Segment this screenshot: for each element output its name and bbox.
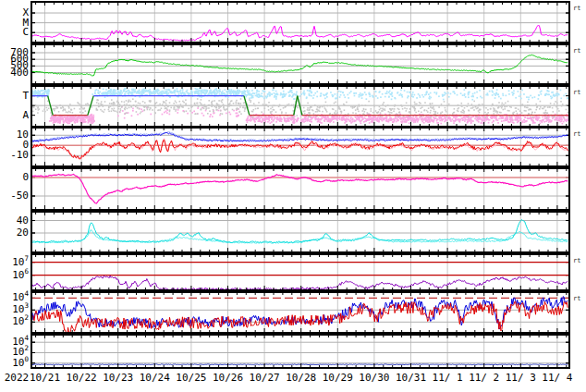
realtime-tag-xray: rt [573,6,580,12]
y-axis-label-electron: 106 [0,269,29,281]
panel-proton-canvas [32,293,568,332]
space-weather-overview-plot: 2022 XMCrt700600500400rtTArt100-10rt0-50… [0,0,586,392]
panel-solar-wind-density [31,211,570,253]
x-axis-tick-label: 11/ 4 [537,372,578,384]
panel-solar-wind-speed [31,43,570,85]
x-axis-tick-label: 10/22 [61,372,102,384]
x-axis-tick-label: 10/24 [134,372,175,384]
y-axis-label-density: 20 [0,227,29,239]
x-axis-tick-label: 10/23 [98,372,139,384]
x-axis-tick-label: 10/26 [208,372,249,384]
y-axis-label-imf-b: -10 [0,149,29,161]
x-axis-tick-label: 10/21 [25,372,66,384]
x-axis-tick-label: 10/28 [281,372,322,384]
panel-proton-flux [31,291,570,334]
y-axis-label-sector: A [0,109,29,121]
x-axis-tick-label: 11/ 2 [464,372,505,384]
x-axis-tick-label: 11/ 3 [500,372,541,384]
y-axis-label-speed: 400 [0,67,29,79]
realtime-tag-electron: rt [573,258,580,264]
panel-imf-sector-toward-away [31,85,570,128]
realtime-tag-proton: rt [573,296,580,302]
y-axis-label-dst: -50 [0,190,29,202]
x-axis-tick-label: 10/31 [391,372,432,384]
x-axis-tick-label: 10/30 [354,372,395,384]
x-axis-tick-label: 10/27 [244,372,285,384]
panel-speed-canvas [32,45,568,83]
realtime-tag-speed: rt [573,48,580,55]
panel-dst-index [31,167,570,211]
panel-density-canvas [32,213,568,251]
panel-electron-flux [31,253,570,291]
panel-bottom-canvas [32,336,568,367]
y-axis-label-electron: 107 [0,256,29,268]
realtime-tag-sector: rt [573,90,580,96]
y-axis-label-xray: C [0,26,29,38]
panel-imf-b-canvas [32,129,568,165]
y-axis-label-sector: T [0,90,29,102]
y-axis-label-dst: 0 [0,171,29,183]
panel-electron-canvas [32,255,568,289]
y-axis-label-bottom: 100 [0,357,29,369]
x-axis-tick-label: 10/29 [317,372,358,384]
x-axis-tick-label: 11/ 1 [427,372,468,384]
panel-low-energy-flux [31,334,570,369]
panel-goes-xray-flux [31,1,570,43]
x-axis-tick-label: 10/25 [171,372,212,384]
panel-xray-canvas [32,3,568,42]
panel-dst-canvas [32,169,568,209]
realtime-tag-imf-b: rt [573,131,580,138]
panel-sector-canvas [32,87,568,126]
y-axis-label-density: 40 [0,214,29,227]
y-axis-label-proton: 102 [0,315,29,327]
panel-imf-bt-bz [31,127,570,167]
